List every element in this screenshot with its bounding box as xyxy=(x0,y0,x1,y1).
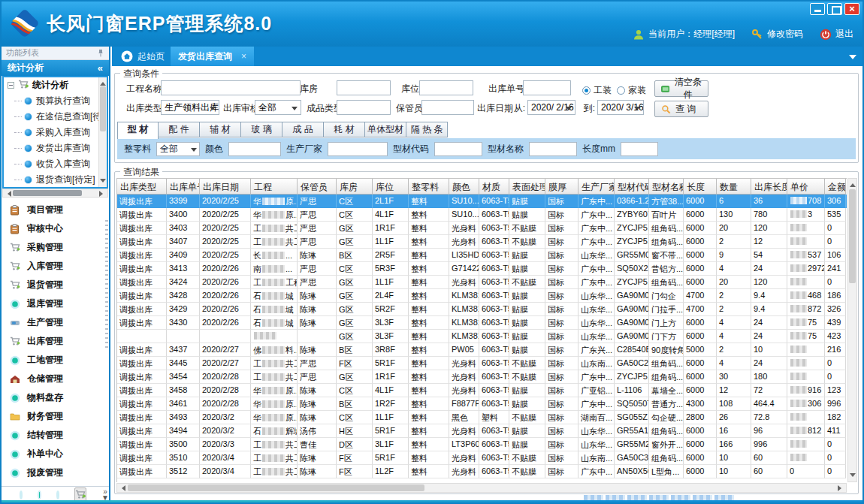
column-header[interactable]: 材质 xyxy=(479,179,509,195)
table-row[interactable]: 调拨出库34282020/2/26石城陈琳G区2L4F整料KLM38176063… xyxy=(117,289,847,303)
sidebar-item-项目管理[interactable]: 项目管理 xyxy=(2,201,109,219)
audit-select[interactable]: 全部 xyxy=(255,100,301,115)
sidebar-item-物料盘存[interactable]: 物料盘存 xyxy=(2,388,109,407)
scroll-left-icon[interactable] xyxy=(119,485,125,491)
material-tab[interactable]: 单体型材 xyxy=(365,122,406,137)
color-input[interactable] xyxy=(228,142,281,156)
table-row[interactable]: 调拨出库34612020/2/28华原...陈琳B区1R2F整料F8877FT6… xyxy=(117,397,847,411)
search-button[interactable]: 查 询 xyxy=(654,101,708,117)
tree-scroll-thumb[interactable] xyxy=(100,86,106,131)
table-row[interactable]: 调拨出库34582020/2/28华原...陈琳C区4L1F整料光身料6063-… xyxy=(117,384,847,397)
sidebar-item-补单中心[interactable]: 补单中心 xyxy=(2,445,109,463)
column-header[interactable]: 单价 xyxy=(787,179,825,195)
tab-home[interactable]: 起始页 xyxy=(113,47,172,66)
sidebar-item-财务管理[interactable]: 财务管理 xyxy=(2,407,109,426)
maximize-button[interactable] xyxy=(827,3,842,15)
radio-gongzhuang[interactable]: 工装 xyxy=(582,83,612,97)
table-row[interactable]: 调拨出库34002020/2/25华原...严思C区4L1F整料SU10...6… xyxy=(117,208,847,222)
sidebar-item-工地管理[interactable]: 工地管理 xyxy=(2,351,109,370)
minimize-button[interactable] xyxy=(810,3,825,15)
table-row[interactable]: 调拨出库34542020/2/28工共工程严思G区1R1F整料光身料6063-T… xyxy=(117,370,847,384)
table-row[interactable]: 调拨出库35002020/3/3工共工程曹佳D区3L1F整料LT3P606063… xyxy=(117,438,847,451)
tab-shipment-outbound-query[interactable]: 发货出库查询 × xyxy=(171,47,254,66)
tree-item[interactable]: 预算执行查询 xyxy=(4,93,98,109)
quick-circle-icon[interactable] xyxy=(38,490,41,499)
radio-jiazhuang[interactable]: 家装 xyxy=(617,83,646,97)
scroll-down-icon[interactable] xyxy=(100,179,106,186)
table-horizontal-scrollbar[interactable] xyxy=(116,483,847,493)
sidebar-item-入库管理[interactable]: 入库管理 xyxy=(2,257,109,276)
column-header[interactable]: 型材名称 xyxy=(649,179,684,195)
out-type-select[interactable]: 生产领料出库 xyxy=(161,100,219,115)
column-header[interactable]: 生产厂家 xyxy=(579,179,615,195)
table-row[interactable]: 调拨出库34942020/3/2石辉城汤伟H区5R1F整料光身料6063-T5贴… xyxy=(117,424,847,438)
table-row[interactable]: 调拨出库33992020/2/25华原...严思C区2L1F整料SU10...6… xyxy=(117,195,847,208)
material-tab[interactable]: 玻 璃 xyxy=(241,122,282,137)
scroll-down-icon[interactable] xyxy=(850,473,856,480)
keeper-input[interactable] xyxy=(421,100,474,115)
date-to-select[interactable]: 2020/ 3/16 xyxy=(597,100,644,115)
radio-selected-icon[interactable] xyxy=(582,86,591,95)
tree-item[interactable]: 采购入库查询 xyxy=(4,125,98,140)
sidebar-item-出库管理[interactable]: 出库管理 xyxy=(2,332,109,351)
tree-expander-icon[interactable] xyxy=(8,82,14,89)
table-row[interactable]: 调拨出库34932020/3/2华原...陈琳C区1L1F整料黑色塑料不贴膜国标… xyxy=(117,411,847,424)
column-header[interactable]: 数量 xyxy=(717,179,751,195)
sidebar-item-生产管理[interactable]: 生产管理 xyxy=(2,313,109,332)
table-row[interactable]: 调拨出库34292020/2/26石城陈琳G区5R2F整料KLM38176063… xyxy=(117,303,847,316)
tree-hscroll-thumb[interactable] xyxy=(13,190,82,196)
material-tab[interactable]: 耗 材 xyxy=(324,122,365,137)
change-password-button[interactable]: 修改密码 xyxy=(751,28,803,41)
column-header[interactable]: 保管员 xyxy=(298,179,337,195)
profile-code-input[interactable] xyxy=(434,142,482,156)
column-header[interactable]: 长度 xyxy=(684,179,717,195)
column-header[interactable]: 出库日期 xyxy=(200,179,251,195)
table-row[interactable]: 调拨出库35122020/3/4工共工程陈琳F区1L2F整料光身料6063-T5… xyxy=(117,465,847,478)
material-tab[interactable]: 型 材 xyxy=(117,122,159,139)
product-type-input[interactable] xyxy=(337,100,391,115)
collapse-icon[interactable]: « xyxy=(98,62,103,74)
table-row[interactable]: 调拨出库34092020/2/25长...陈琳B区2R5F整料LI35HD606… xyxy=(117,249,847,262)
material-tab[interactable]: 成 品 xyxy=(282,122,324,137)
table-row[interactable]: 调拨出库34072020/2/25工共工程严思G区1L1F整料光身料6063-T… xyxy=(117,235,847,249)
order-no-input[interactable] xyxy=(523,80,571,95)
menu-resize-grip[interactable] xyxy=(105,220,108,348)
sidebar-item-审核中心[interactable]: 审核中心 xyxy=(2,219,109,238)
scroll-up-icon[interactable] xyxy=(850,180,856,187)
table-row[interactable]: 调拨出库34242020/2/26工工程严思G区1L1F整料光身料6063-T5… xyxy=(117,276,847,289)
quick-circle-icon[interactable] xyxy=(56,490,59,499)
quick-circle-icon[interactable] xyxy=(20,490,23,499)
column-header[interactable]: 出库长度 xyxy=(751,179,787,195)
table-row[interactable]: 调拨出库34372020/2/27佛料...陈琳B区3R8F整料PW056063… xyxy=(117,343,847,357)
pin-icon[interactable] xyxy=(97,49,104,57)
vertical-scroll-thumb[interactable] xyxy=(849,189,856,283)
more-options-button[interactable]: »▼ xyxy=(101,489,109,501)
tree-vertical-scrollbar[interactable] xyxy=(98,77,107,187)
tab-close-icon[interactable]: × xyxy=(241,51,246,62)
warehouse-input[interactable] xyxy=(337,80,391,95)
tree-item[interactable]: 发货出库查询 xyxy=(4,140,98,156)
sidebar-item-退货管理[interactable]: 退货管理 xyxy=(2,276,109,294)
tree-item[interactable]: 在途信息查询[待 xyxy=(4,109,98,125)
radio-unselected-icon[interactable] xyxy=(617,86,625,95)
sidebar-item-退库管理[interactable]: 退库管理 xyxy=(2,294,109,313)
sidebar-item-结转管理[interactable]: 结转管理 xyxy=(2,426,109,445)
table-vertical-scrollbar[interactable] xyxy=(847,178,857,482)
column-header[interactable]: 出库类型 xyxy=(117,179,167,195)
sidebar-item-仓储管理[interactable]: 仓储管理 xyxy=(2,370,109,388)
table-row[interactable]: 调拨出库34452020/2/27工共工程严思F区5R1F整料光身料6063-T… xyxy=(117,357,847,370)
scroll-right-icon[interactable] xyxy=(99,191,106,197)
tree-item[interactable]: 收货入库查询 xyxy=(4,156,98,172)
material-tab[interactable]: 辅 材 xyxy=(200,122,241,137)
column-header[interactable]: 型材代码 xyxy=(615,179,649,195)
manufacturer-input[interactable] xyxy=(328,142,388,156)
table-row[interactable]: 调拨出库34032020/2/25工共工程严思G区1R1F整料光身料6063-T… xyxy=(117,222,847,235)
column-header[interactable]: 工程 xyxy=(251,179,298,195)
table-row[interactable]: 调拨出库34302020/2/26石城陈琳G区3L3F整料KLM38176063… xyxy=(117,316,847,330)
profile-name-input[interactable] xyxy=(529,142,577,156)
horizontal-scroll-thumb[interactable] xyxy=(128,484,424,491)
column-header[interactable]: 金额 xyxy=(825,179,846,195)
sidebar-item-报废管理[interactable]: 报废管理 xyxy=(2,463,109,482)
tree-root-statistics[interactable]: 统计分析 xyxy=(4,77,98,93)
tree-horizontal-scrollbar[interactable] xyxy=(2,189,108,198)
